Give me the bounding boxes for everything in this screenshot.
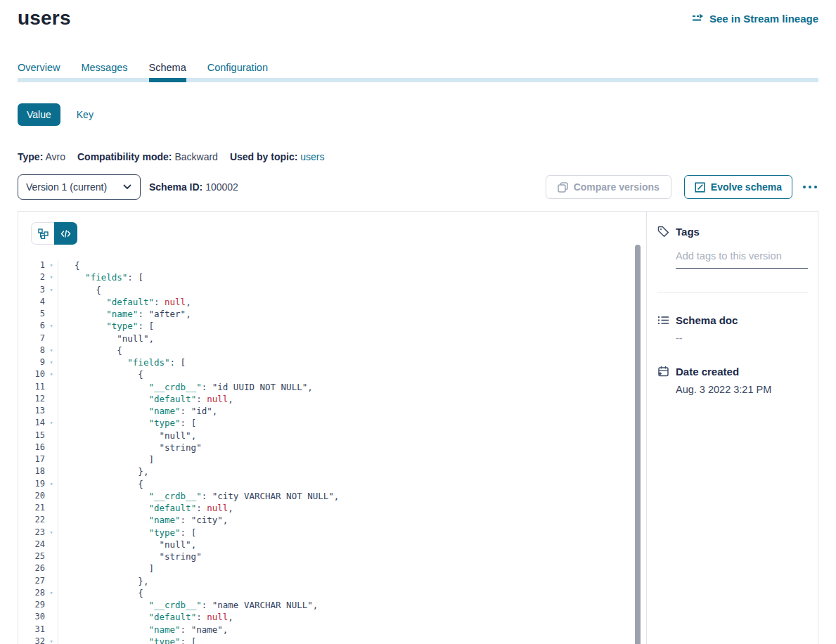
line-number: 8 [18,344,45,356]
code-line: 29 "__crdb__": "name VARCHAR NULL", [18,599,646,611]
line-number: 5 [18,308,45,320]
add-tags-input[interactable] [676,250,808,269]
code-text: "type": [ [58,320,646,332]
compare-versions-icon [558,182,568,193]
fold-toggle-icon[interactable]: ▾ [45,368,58,380]
code-text: "string" [58,550,646,562]
fold-toggle-icon[interactable]: ▾ [45,417,58,429]
fold-toggle-icon[interactable]: ▾ [45,284,58,296]
code-line: 12 "default": null, [18,393,646,405]
tab-overview[interactable]: Overview [18,62,60,82]
value-tab-button[interactable]: Value [18,103,60,126]
page-content: users See in Stream lineage OverviewMess… [0,0,836,644]
ellipsis-dot [803,186,806,188]
fold-toggle-icon[interactable]: ▾ [45,344,58,356]
code-line: 21 "default": null, [18,502,646,514]
tab-messages[interactable]: Messages [81,62,127,82]
more-options-button[interactable] [802,181,818,193]
tree-view-button[interactable] [31,222,54,245]
fold-toggle-icon[interactable]: ▾ [45,271,58,283]
fold-toggle-icon[interactable]: ▾ [45,478,58,490]
tab-configuration[interactable]: Configuration [207,62,268,82]
schema-doc-section: Schema doc -- [657,314,808,344]
code-text: "name": "after", [58,308,646,320]
schema-doc-header: Schema doc [657,314,808,326]
compare-versions-button[interactable]: Compare versions [546,175,671,199]
tab-schema[interactable]: Schema [149,62,186,82]
fold-toggle-icon[interactable]: ▾ [45,527,58,539]
code-line: 13 "name": "id", [18,405,646,417]
tags-title: Tags [676,226,700,238]
calendar-plus-icon [657,366,669,378]
line-number: 7 [18,333,45,344]
line-number: 32 [18,636,45,644]
value-key-toggle: Value Key [18,103,818,126]
line-number: 10 [18,368,45,380]
code-text: "__crdb__": "name VARCHAR NULL", [58,599,646,611]
date-created-header: Date created [657,366,808,378]
stream-lineage-icon [692,13,705,24]
fold-spacer [45,490,58,502]
code-text: "name": "city", [58,514,646,526]
schema-meta-row: Type: AvroCompatibility mode: BackwardUs… [18,151,818,162]
line-number: 21 [18,502,45,514]
code-line: 10▾ { [18,368,646,380]
fold-spacer [45,333,58,344]
see-in-stream-lineage-link[interactable]: See in Stream lineage [692,13,818,25]
line-number: 1 [18,259,45,271]
evolve-schema-button[interactable]: Evolve schema [684,175,792,199]
code-text: "name": "id", [58,405,646,417]
code-text: ] [58,562,646,574]
key-tab-link[interactable]: Key [77,109,94,120]
line-number: 14 [18,417,45,429]
edit-icon [695,182,705,193]
version-select[interactable]: Version 1 (current) [18,174,141,200]
code-line: 18 }, [18,465,646,477]
code-line: 1▾ { [18,259,646,271]
fold-spacer [45,575,58,587]
fold-toggle-icon[interactable]: ▾ [45,587,58,599]
meta-item: Used by topic: users [230,151,325,162]
code-text: "default": null, [58,296,646,308]
fold-toggle-icon[interactable]: ▾ [45,356,58,368]
fold-toggle-icon[interactable]: ▾ [45,320,58,332]
code-line: 11 "__crdb__": "id UUID NOT NULL", [18,381,646,393]
sidebar-divider [657,292,808,292]
schema-sidebar: Tags [646,212,818,644]
meta-label: Compatibility mode: [77,151,172,162]
meta-label: Used by topic: [230,151,297,162]
meta-value[interactable]: users [297,151,324,162]
code-line: 20 "__crdb__": "city VARCHAR NOT NULL", [18,490,646,502]
fold-spacer [45,381,58,393]
code-lines[interactable]: 1▾ {2▾ "fields": [3▾ {4 "default": null,… [18,259,646,644]
chevron-down-icon [123,184,131,190]
schema-code-area: 1▾ {2▾ "fields": [3▾ {4 "default": null,… [18,212,646,644]
line-number: 25 [18,550,45,562]
line-number: 29 [18,599,45,611]
date-created-value: Aug. 3 2022 3:21 PM [676,384,808,395]
line-number: 20 [18,490,45,502]
ellipsis-dot [814,186,817,188]
line-number: 28 [18,587,45,599]
meta-value: Backward [172,151,218,162]
code-text: { [58,478,646,490]
fold-toggle-icon[interactable]: ▾ [45,636,58,644]
code-line: 32▾ "type": [ [18,636,646,644]
fold-spacer [45,465,58,477]
fold-toggle-icon[interactable]: ▾ [45,259,58,271]
code-line: 5 "name": "after", [18,308,646,320]
code-text: { [58,587,646,599]
code-text: "default": null, [58,393,646,405]
line-number: 17 [18,453,45,465]
vertical-scrollbar[interactable] [635,245,641,644]
line-number: 16 [18,442,45,453]
fold-spacer [45,308,58,320]
code-view-button[interactable] [54,222,77,245]
version-bar: Version 1 (current) Schema ID: 100002 Co… [18,174,818,200]
fold-spacer [45,514,58,526]
code-text: "default": null, [58,611,646,623]
line-number: 3 [18,284,45,296]
fold-spacer [45,405,58,417]
line-number: 19 [18,478,45,490]
evolve-schema-label: Evolve schema [711,181,782,193]
